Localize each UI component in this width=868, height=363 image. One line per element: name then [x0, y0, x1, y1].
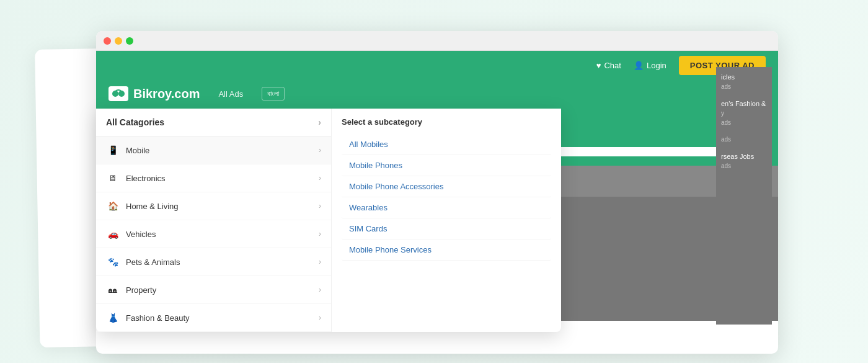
category-left-home: 🏠 Home & Living [106, 199, 179, 213]
right-item-1: icles [721, 73, 767, 81]
right-item-2-sub: y [721, 110, 767, 117]
categories-column: All Catagories › 📱 Mobile › 🖥 Electronic… [96, 109, 332, 332]
pets-icon: 🐾 [106, 255, 120, 269]
chevron-right-property: › [319, 285, 321, 294]
category-item-vehicles[interactable]: 🚗 Vehicles › [96, 220, 331, 248]
all-ads-link[interactable]: All Ads [218, 89, 243, 99]
right-gray-panel: icles ads en's Fashion & y ads ads rseas… [716, 67, 772, 325]
dropdown-panel: All Catagories › 📱 Mobile › 🖥 Electronic… [96, 109, 561, 332]
subcategory-all-mobiles[interactable]: All Mobiles [342, 134, 551, 155]
subcategory-mobile-phones[interactable]: Mobile Phones [342, 155, 551, 176]
chevron-right-electronics: › [319, 174, 321, 182]
home-icon: 🏠 [106, 199, 120, 213]
category-item-pets[interactable]: 🐾 Pets & Animals › [96, 248, 331, 276]
right-item-2: en's Fashion & [721, 100, 767, 107]
heart-icon: ♥ [596, 61, 601, 70]
category-item-mobile[interactable]: 📱 Mobile › [96, 137, 331, 164]
category-left-pets: 🐾 Pets & Animals [106, 255, 180, 269]
dot-green [126, 37, 133, 45]
logo-svg [112, 89, 125, 99]
svg-point-1 [118, 91, 125, 97]
category-left-electronics: 🖥 Electronics [106, 171, 166, 185]
logo-icon [108, 86, 128, 101]
category-name-vehicles: Vehicles [126, 230, 156, 239]
category-name-pets: Pets & Animals [126, 258, 180, 267]
logo[interactable]: Bikroy.com [108, 86, 200, 101]
subcategory-mobile-services[interactable]: Mobile Phone Services [342, 240, 551, 261]
category-left-mobile: 📱 Mobile [106, 143, 149, 157]
svg-point-0 [112, 91, 118, 97]
dot-yellow [115, 37, 122, 45]
login-link[interactable]: 👤 Login [634, 61, 666, 70]
category-left-vehicles: 🚗 Vehicles [106, 227, 156, 241]
right-item-2-ads: ads [721, 119, 767, 126]
right-item-3: ads [721, 136, 767, 143]
category-item-home[interactable]: 🏠 Home & Living › [96, 192, 331, 220]
category-name-electronics: Electronics [126, 174, 166, 183]
vehicles-icon: 🚗 [106, 227, 120, 241]
login-label: Login [647, 61, 666, 70]
chevron-right-fashion: › [319, 313, 321, 322]
right-item-4: rseas Jobs [721, 153, 767, 160]
mobile-icon: 📱 [106, 143, 120, 157]
chevron-right-pets: › [319, 258, 321, 266]
category-item-fashion[interactable]: 👗 Fashion & Beauty › [96, 304, 331, 332]
person-icon: 👤 [634, 61, 644, 70]
subcategory-accessories[interactable]: Mobile Phone Accessories [342, 176, 551, 197]
all-categories-label: All Catagories [106, 117, 164, 127]
chat-label: Chat [604, 61, 621, 70]
subcategory-sim-cards[interactable]: SIM Cards [342, 218, 551, 240]
category-left-fashion: 👗 Fashion & Beauty [106, 311, 190, 325]
right-item-1-sub: ads [721, 83, 767, 90]
category-name-property: Property [126, 285, 156, 295]
all-categories-header: All Catagories › [96, 109, 331, 137]
nav-bar: Bikroy.com All Ads বাংলা [96, 80, 778, 107]
chevron-right-vehicles: › [319, 230, 321, 238]
category-left-property: 🏘 Property [106, 283, 156, 297]
chevron-right-mobile: › [319, 146, 321, 155]
category-item-electronics[interactable]: 🖥 Electronics › [96, 164, 331, 192]
logo-text: Bikroy.com [133, 87, 200, 101]
right-item-4-sub: ads [721, 163, 767, 169]
property-icon: 🏘 [106, 283, 120, 297]
subcategory-column: Select a subcategory All Mobiles Mobile … [332, 109, 561, 332]
chevron-right-home: › [319, 202, 321, 210]
browser-chrome [96, 31, 778, 51]
all-categories-chevron: › [318, 117, 321, 127]
subcategory-wearables[interactable]: Wearables [342, 197, 551, 218]
electronics-icon: 🖥 [106, 171, 120, 185]
chat-link[interactable]: ♥ Chat [596, 61, 621, 70]
category-name-fashion: Fashion & Beauty [126, 313, 190, 323]
fashion-icon: 👗 [106, 311, 120, 325]
header-bar: ♥ Chat 👤 Login POST YOUR AD [96, 51, 778, 80]
bangla-link[interactable]: বাংলা [262, 87, 285, 101]
dot-red [104, 37, 111, 45]
scene: ♥ Chat 👤 Login POST YOUR AD Bikroy.com [0, 0, 868, 363]
subcategory-title: Select a subcategory [342, 117, 551, 127]
category-name-mobile: Mobile [126, 146, 149, 155]
category-name-home: Home & Living [126, 202, 179, 211]
category-item-property[interactable]: 🏘 Property › [96, 276, 331, 304]
